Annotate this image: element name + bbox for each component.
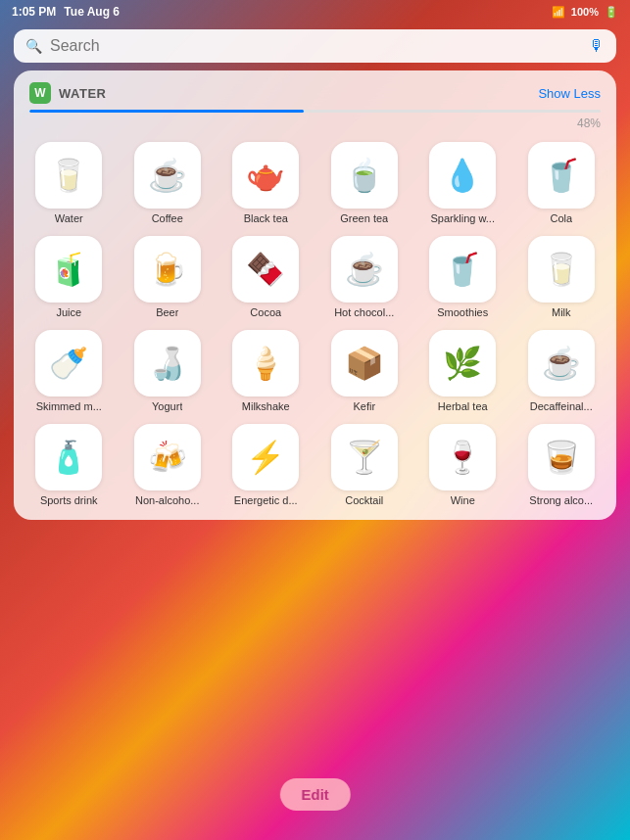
drink-label: Sports drink	[40, 494, 98, 506]
drink-item[interactable]: 🍦Milkshake	[218, 326, 314, 416]
drink-icon: 🥛	[35, 142, 102, 209]
drink-item[interactable]: 🥤Cola	[514, 138, 609, 228]
date: Tue Aug 6	[64, 5, 120, 19]
drink-item[interactable]: ⚡Energetic d...	[218, 420, 314, 510]
drink-icon: 🍫	[232, 236, 299, 303]
drink-icon: 🍵	[331, 142, 398, 209]
drink-label: Non-alcoho...	[135, 494, 199, 506]
drink-label: Kefir	[353, 400, 375, 412]
widget-header: W WATER Show Less	[14, 70, 616, 110]
drink-label: Milk	[552, 306, 571, 318]
drink-label: Cola	[550, 212, 572, 224]
time: 1:05 PM	[12, 5, 56, 19]
drink-icon: 🍦	[232, 330, 299, 397]
drink-icon: 🍶	[134, 330, 201, 397]
drink-icon: 🌿	[429, 330, 496, 397]
drink-item[interactable]: ☕Decaffeinal...	[514, 326, 609, 416]
drink-label: Yogurt	[152, 400, 182, 412]
drink-icon: ☕	[331, 236, 398, 303]
drink-item[interactable]: 🥛Milk	[514, 232, 609, 322]
drink-item[interactable]: 🍸Cocktail	[317, 420, 412, 510]
drink-icon: ☕	[134, 142, 201, 209]
drink-item[interactable]: 🍻Non-alcoho...	[121, 420, 216, 510]
drink-label: Water	[55, 212, 83, 224]
drink-item[interactable]: 🫖Black tea	[218, 138, 314, 228]
status-bar: 1:05 PM Tue Aug 6 📶 100% 🔋	[0, 0, 630, 23]
drink-label: Cocoa	[250, 306, 281, 318]
drink-item[interactable]: 🧃Juice	[22, 232, 117, 322]
drink-item[interactable]: 🥛Water	[22, 138, 117, 228]
drink-icon: 🍻	[134, 424, 201, 490]
drink-item[interactable]: 🥤Smoothies	[415, 232, 510, 322]
drink-label: Juice	[56, 306, 81, 318]
drink-item[interactable]: 🍺Beer	[121, 232, 216, 322]
drink-icon: ☕	[528, 330, 595, 397]
drink-label: Milkshake	[242, 400, 290, 412]
drink-item[interactable]: 🍼Skimmed m...	[22, 326, 117, 416]
widget-title: WATER	[59, 86, 106, 101]
drink-item[interactable]: 💧Sparkling w...	[415, 138, 510, 228]
drink-item[interactable]: 🌿Herbal tea	[415, 326, 510, 416]
drink-icon: 🍼	[35, 330, 102, 397]
drink-icon: 🧴	[35, 424, 102, 490]
drink-item[interactable]: ☕Coffee	[121, 138, 216, 228]
edit-button[interactable]: Edit	[279, 778, 350, 811]
drink-label: Black tea	[244, 212, 288, 224]
drink-label: Skimmed m...	[36, 400, 102, 412]
drink-icon: 🍸	[331, 424, 398, 490]
drink-label: Smoothies	[437, 306, 488, 318]
drink-item[interactable]: 🍶Yogurt	[121, 326, 216, 416]
search-icon: 🔍	[25, 38, 42, 54]
widget-logo: W	[29, 82, 51, 104]
drink-icon: 🍷	[429, 424, 496, 490]
search-bar[interactable]: 🔍 🎙	[14, 29, 616, 63]
battery-label: 100%	[571, 6, 599, 18]
drink-label: Green tea	[340, 212, 388, 224]
drink-icon: 📦	[331, 330, 398, 397]
drink-icon: 🍺	[134, 236, 201, 303]
show-less-button[interactable]: Show Less	[538, 86, 601, 101]
drink-label: Coffee	[152, 212, 183, 224]
drink-label: Cocktail	[345, 494, 383, 506]
drink-label: Energetic d...	[234, 494, 298, 506]
drink-icon: 🫖	[232, 142, 299, 209]
wifi-icon: 📶	[552, 6, 565, 19]
drink-item[interactable]: 🥃Strong alco...	[514, 420, 609, 510]
progress-bar	[29, 110, 601, 113]
progress-fill	[29, 110, 304, 113]
drink-label: Hot chocol...	[334, 306, 394, 318]
drink-item[interactable]: 🍷Wine	[415, 420, 510, 510]
drink-item[interactable]: 📦Kefir	[317, 326, 412, 416]
drink-label: Sparkling w...	[431, 212, 495, 224]
drink-icon: 🧃	[35, 236, 102, 303]
drink-item[interactable]: 🍫Cocoa	[218, 232, 314, 322]
drink-label: Herbal tea	[438, 400, 488, 412]
drink-item[interactable]: 🧴Sports drink	[22, 420, 117, 510]
drink-icon: ⚡	[232, 424, 299, 490]
drink-grid: 🥛Water☕Coffee🫖Black tea🍵Green tea💧Sparkl…	[14, 134, 616, 520]
drink-label: Beer	[156, 306, 178, 318]
drink-icon: 🥛	[528, 236, 595, 303]
drink-icon: 🥤	[528, 142, 595, 209]
drink-item[interactable]: ☕Hot chocol...	[317, 232, 412, 322]
drink-label: Wine	[451, 494, 475, 506]
drink-icon: 🥤	[429, 236, 496, 303]
drink-item[interactable]: 🍵Green tea	[317, 138, 412, 228]
percentage-label: 48%	[14, 115, 616, 134]
drink-label: Decaffeinal...	[530, 400, 593, 412]
drink-icon: 💧	[429, 142, 496, 209]
search-input[interactable]	[50, 37, 581, 55]
drink-label: Strong alco...	[529, 494, 593, 506]
water-widget: W WATER Show Less 48% 🥛Water☕Coffee🫖Blac…	[14, 70, 616, 520]
drink-icon: 🥃	[528, 424, 595, 490]
search-bar-container: 🔍 🎙	[0, 23, 630, 70]
battery-icon: 🔋	[605, 6, 618, 19]
mic-icon[interactable]: 🎙	[589, 37, 605, 55]
